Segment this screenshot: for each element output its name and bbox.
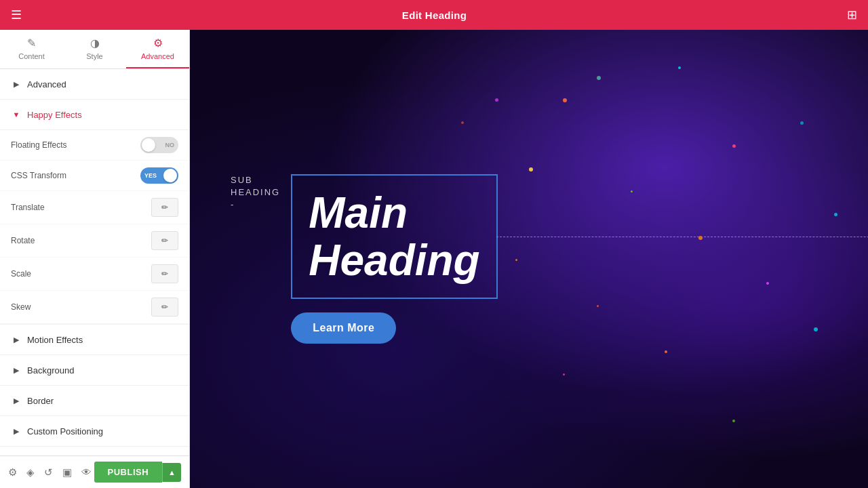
tab-advanced[interactable]: ⚙ Advanced	[126, 30, 189, 68]
skew-edit-button[interactable]: ✏	[151, 298, 178, 317]
happy-effects-body: Floating Effects NO CSS Transform YES	[0, 130, 189, 325]
section-advanced-title: Advanced	[27, 79, 66, 89]
sub-heading: SUB HEADING -	[231, 174, 280, 211]
grid-icon[interactable]: ⊞	[847, 7, 857, 22]
selection-line	[496, 237, 868, 237]
toggle-knob	[142, 138, 155, 152]
responsive-icon[interactable]: ▣	[62, 466, 72, 479]
custom-positioning-arrow-icon: ▶	[11, 426, 22, 436]
scale-label: Scale	[11, 269, 31, 279]
section-motion-effects-title: Motion Effects	[27, 335, 83, 345]
advanced-arrow-icon: ▶	[11, 79, 22, 89]
section-custom-positioning-title: Custom Positioning	[27, 426, 103, 436]
top-bar: ☰ Edit Heading ⊞	[0, 0, 868, 30]
section-advanced-header[interactable]: ▶ Advanced	[0, 69, 189, 100]
section-motion-effects-header[interactable]: ▶ Motion Effects	[0, 325, 189, 355]
tab-content[interactable]: ✎ Content	[0, 30, 63, 68]
skew-row: Skew ✏	[0, 291, 189, 324]
rotate-edit-button[interactable]: ✏	[151, 231, 178, 250]
section-custom-positioning-header[interactable]: ▶ Custom Positioning	[0, 416, 189, 447]
floating-effects-label: Floating Effects	[11, 140, 67, 150]
panel-content: ▶ Advanced ▼ Happy Effects Floating Effe…	[0, 69, 189, 455]
bottom-bar: ⚙ ◈ ↺ ▣ 👁 PUBLISH ▲	[0, 455, 189, 488]
toggle-yes-label: YES	[144, 172, 157, 179]
main-heading: Main Heading	[309, 189, 479, 285]
menu-icon[interactable]: ☰	[11, 7, 22, 22]
css-transform-row: CSS Transform YES	[0, 161, 189, 191]
bottom-icons: ⚙ ◈ ↺ ▣ 👁	[8, 466, 92, 479]
translate-edit-button[interactable]: ✏	[151, 198, 178, 217]
tab-style-label: Style	[86, 52, 102, 60]
translate-label: Translate	[11, 203, 45, 212]
section-background-header[interactable]: ▶ Background	[0, 355, 189, 386]
publish-group: PUBLISH ▲	[94, 462, 181, 483]
advanced-icon: ⚙	[153, 37, 163, 49]
rotate-row: Rotate ✏	[0, 224, 189, 258]
heading-box[interactable]: Main Heading +	[291, 174, 497, 300]
floating-effects-toggle[interactable]: NO	[140, 137, 178, 153]
rotate-label: Rotate	[11, 236, 35, 245]
tabs: ✎ Content ◑ Style ⚙ Advanced	[0, 30, 189, 69]
translate-row: Translate ✏	[0, 191, 189, 224]
css-transform-toggle[interactable]: YES	[140, 167, 178, 184]
layers-icon[interactable]: ◈	[26, 466, 35, 479]
history-icon[interactable]: ↺	[44, 466, 53, 479]
skew-label: Skew	[11, 302, 31, 312]
main-layout: ✎ Content ◑ Style ⚙ Advanced ▶ Advanced …	[0, 30, 868, 488]
floating-effects-row: Floating Effects NO	[0, 130, 189, 161]
toggle-no-label: NO	[165, 142, 175, 148]
scale-edit-button[interactable]: ✏	[151, 264, 178, 283]
preview-content: SUB HEADING - Main Heading + Learn More	[190, 30, 868, 488]
background-arrow-icon: ▶	[11, 365, 22, 375]
tab-advanced-label: Advanced	[141, 52, 174, 60]
section-background-title: Background	[27, 365, 74, 375]
tab-style[interactable]: ◑ Style	[63, 30, 126, 68]
publish-dropdown-button[interactable]: ▲	[162, 463, 181, 482]
style-icon: ◑	[90, 37, 100, 49]
sidebar: ✎ Content ◑ Style ⚙ Advanced ▶ Advanced …	[0, 30, 190, 488]
publish-button[interactable]: PUBLISH	[94, 462, 163, 483]
learn-more-button[interactable]: Learn More	[291, 312, 396, 344]
section-border-title: Border	[27, 396, 54, 406]
border-arrow-icon: ▶	[11, 395, 22, 406]
scale-row: Scale ✏	[0, 258, 189, 291]
section-happy-effects-header[interactable]: ▼ Happy Effects	[0, 100, 189, 130]
page-title: Edit Heading	[402, 9, 467, 21]
toggle-knob-on	[163, 169, 177, 182]
preview-icon[interactable]: 👁	[81, 466, 92, 478]
settings-icon[interactable]: ⚙	[8, 466, 17, 479]
section-border-header[interactable]: ▶ Border	[0, 386, 189, 416]
motion-effects-arrow-icon: ▶	[11, 334, 22, 345]
tab-content-label: Content	[18, 52, 45, 60]
css-transform-label: CSS Transform	[11, 171, 66, 180]
preview-area: SUB HEADING - Main Heading + Learn More	[190, 30, 868, 488]
section-happy-effects-title: Happy Effects	[27, 110, 82, 120]
content-icon: ✎	[27, 37, 36, 49]
happy-effects-arrow-icon: ▼	[11, 109, 22, 120]
